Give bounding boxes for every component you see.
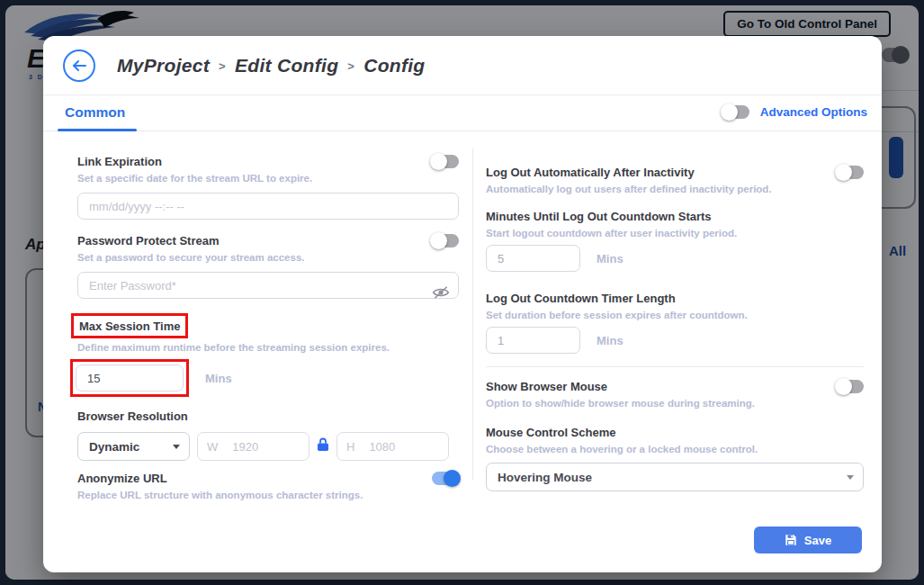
height-value: 1080 — [369, 440, 395, 454]
tab-bar: Common Advanced Options — [43, 95, 882, 131]
breadcrumb: MyProject > Edit Config > Config — [117, 55, 425, 76]
link-expiration-input[interactable] — [77, 193, 459, 220]
breadcrumb-separator: > — [219, 58, 226, 73]
chevron-down-icon — [173, 445, 180, 449]
screen: EAGLE 3 D S T R E A M I N G Go To Old Co… — [0, 0, 924, 585]
left-column: Link Expiration Set a specific date for … — [77, 155, 459, 501]
breadcrumb-edit-config[interactable]: Edit Config — [235, 55, 338, 76]
anonymize-url-toggle[interactable] — [432, 472, 459, 485]
save-icon — [785, 534, 797, 546]
countdown-length-label: Log Out Countdown Timer Length — [486, 292, 676, 305]
countdown-start-label: Minutes Until Log Out Countdown Starts — [486, 210, 712, 223]
save-button[interactable]: Save — [754, 526, 862, 554]
tab-common[interactable]: Common — [65, 104, 125, 121]
auto-logout-toggle[interactable] — [837, 166, 864, 179]
link-expiration-toggle[interactable] — [432, 155, 459, 168]
breadcrumb-config: Config — [363, 55, 425, 76]
toggle-knob — [430, 232, 447, 249]
max-session-desc: Define maximum runtime before the stream… — [77, 341, 459, 354]
breadcrumb-separator: > — [347, 58, 354, 73]
link-expiration-label: Link Expiration — [77, 155, 162, 169]
show-mouse-toggle[interactable] — [837, 380, 864, 393]
lock-icon — [317, 437, 329, 455]
max-session-unit: Mins — [205, 372, 232, 385]
mouse-scheme-label: Mouse Control Scheme — [486, 426, 615, 439]
field-link-expiration: Link Expiration Set a specific date for … — [77, 155, 459, 220]
annotation-box-input — [70, 359, 189, 397]
password-input[interactable] — [77, 272, 459, 299]
advanced-options-control: Advanced Options — [722, 105, 867, 119]
browser-resolution-label: Browser Resolution — [77, 410, 188, 423]
right-column: Log Out Automatically After Inactivity A… — [486, 166, 864, 491]
advanced-options-label: Advanced Options — [760, 105, 867, 119]
link-expiration-desc: Set a specific date for the stream URL t… — [77, 172, 459, 184]
countdown-start-unit: Mins — [597, 252, 623, 266]
field-countdown-length: Log Out Countdown Timer Length Set durat… — [486, 290, 864, 354]
toggle-knob — [430, 153, 447, 170]
countdown-start-input[interactable] — [486, 245, 580, 272]
anonymize-url-desc: Replace URL structure with anonymous cha… — [77, 489, 459, 501]
password-protect-toggle[interactable] — [432, 234, 459, 248]
field-auto-logout: Log Out Automatically After Inactivity A… — [486, 166, 864, 195]
height-prefix: H — [346, 440, 354, 454]
password-protect-label: Password Protect Stream — [77, 234, 220, 248]
field-anonymize: Anonymize URL Replace URL structure with… — [77, 472, 459, 501]
eye-off-icon[interactable] — [432, 285, 450, 303]
mouse-scheme-desc: Choose between a hovering or a locked mo… — [486, 443, 864, 455]
column-divider — [472, 148, 473, 480]
toggle-knob — [835, 378, 852, 395]
countdown-length-desc: Set duration before session expires afte… — [486, 309, 864, 321]
countdown-start-desc: Start logout countdown after user inacti… — [486, 227, 864, 239]
show-mouse-label: Show Browser Mouse — [486, 380, 607, 394]
anonymize-url-label: Anonymize URL — [77, 472, 167, 486]
resolution-mode-value: Dynamic — [89, 440, 139, 454]
auto-logout-desc: Automatically log out users after define… — [486, 183, 864, 195]
field-password: Password Protect Stream Set a password t… — [77, 234, 459, 299]
width-input[interactable]: W 1920 — [197, 432, 309, 461]
toggle-knob — [721, 104, 738, 121]
width-prefix: W — [207, 440, 218, 454]
show-mouse-desc: Option to show/hide browser mouse during… — [486, 397, 864, 410]
edit-config-modal: MyProject > Edit Config > Config Common … — [43, 36, 882, 572]
tab-active-indicator — [58, 129, 137, 131]
chevron-down-icon — [847, 475, 854, 480]
annotation-box-label: Max Session Time — [71, 313, 188, 338]
mouse-scheme-value: Hovering Mouse — [498, 471, 592, 484]
password-protect-desc: Set a password to secure your stream acc… — [77, 251, 459, 264]
toggle-knob — [444, 470, 461, 487]
field-resolution: Browser Resolution Dynamic W 1920 H — [77, 408, 459, 461]
mouse-scheme-select[interactable]: Hovering Mouse — [486, 463, 864, 491]
field-show-mouse: Show Browser Mouse Option to show/hide b… — [486, 380, 864, 410]
countdown-length-input[interactable] — [486, 327, 580, 354]
resolution-mode-select[interactable]: Dynamic — [77, 432, 190, 461]
back-arrow-icon — [71, 59, 87, 72]
field-countdown-start: Minutes Until Log Out Countdown Starts S… — [486, 208, 864, 272]
countdown-length-unit: Mins — [597, 334, 623, 347]
field-max-session: Max Session Time Define maximum runtime … — [77, 313, 459, 397]
breadcrumb-project[interactable]: MyProject — [117, 55, 210, 76]
field-mouse-scheme: Mouse Control Scheme Choose between a ho… — [486, 424, 864, 491]
advanced-options-toggle[interactable] — [722, 105, 749, 119]
max-session-input[interactable] — [76, 364, 184, 392]
toggle-knob — [835, 164, 852, 181]
modal-header: MyProject > Edit Config > Config — [43, 36, 882, 95]
max-session-label: Max Session Time — [79, 320, 180, 333]
section-divider — [486, 366, 864, 367]
back-button[interactable] — [63, 50, 95, 82]
auto-logout-label: Log Out Automatically After Inactivity — [486, 166, 695, 180]
save-button-label: Save — [804, 534, 831, 547]
height-input[interactable]: H 1080 — [336, 432, 449, 461]
width-value: 1920 — [232, 440, 258, 454]
